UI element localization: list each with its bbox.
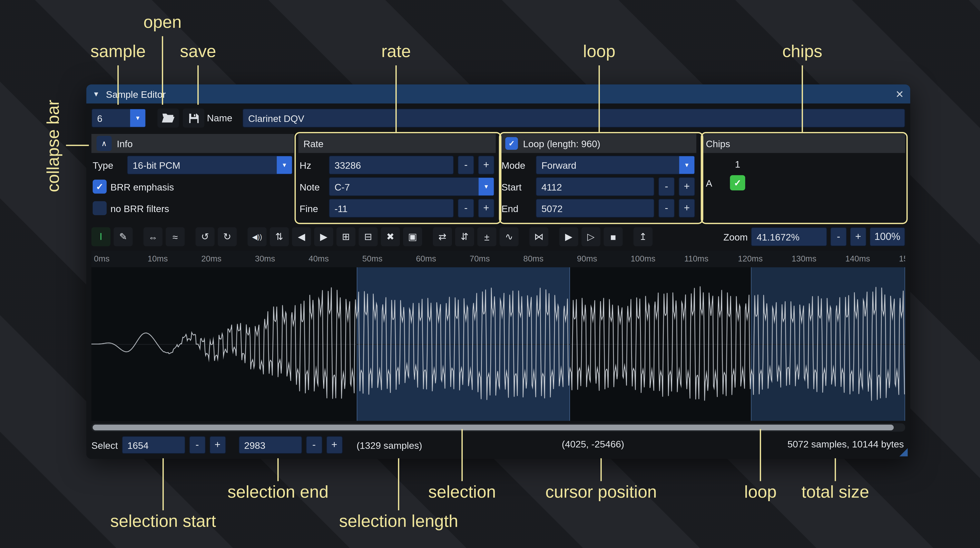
sample-selector[interactable]: 6 ▼	[91, 108, 146, 127]
annotation-total-size-label: total size	[802, 482, 869, 502]
annotation-line-cursor-position	[601, 458, 602, 481]
annotation-selection-end-label: selection end	[228, 482, 328, 502]
zoom-reset-button[interactable]: 100%	[870, 227, 905, 246]
sign-icon: ±	[484, 231, 490, 242]
insert-silence-button[interactable]: ⊞	[336, 227, 355, 246]
fade-in-button[interactable]: ◀	[292, 227, 311, 246]
sign-button[interactable]: ±	[477, 227, 496, 246]
selection-end-increase-button[interactable]: +	[326, 436, 343, 454]
stop-icon: ■	[610, 231, 616, 242]
resize-button[interactable]: ⇔	[143, 227, 162, 246]
zoom-controls: Zoom 41.1672% - + 100%	[724, 227, 905, 246]
ruler-label: 130ms	[792, 254, 816, 263]
crossfade-icon: ⋈	[534, 231, 544, 242]
edit-select-button[interactable]: Ⅰ	[91, 227, 110, 246]
annotation-line-selection-end	[277, 458, 278, 481]
ruler-label: 50ms	[362, 254, 382, 263]
filter-button[interactable]: ∿	[500, 227, 519, 246]
scrollbar-handle[interactable]	[93, 425, 894, 430]
fade-out-icon: ▶	[320, 231, 327, 242]
selection-length-text: (1329 samples)	[356, 440, 422, 451]
type-selector[interactable]: 16-bit PCM ▼	[127, 155, 293, 174]
window-collapse-button[interactable]: ▼	[93, 90, 100, 98]
ruler-label: 90ms	[577, 254, 597, 263]
brr-emphasis-row: ✓ BRR emphasis	[91, 176, 294, 198]
selection-start-input[interactable]: 1654	[122, 436, 185, 454]
preview-selection-button[interactable]: ▷	[581, 227, 600, 246]
zoom-input[interactable]: 41.1672%	[751, 227, 827, 246]
undo-icon: ↺	[201, 231, 209, 242]
crossfade-button[interactable]: ⋈	[530, 227, 549, 246]
edit-draw-button[interactable]: ✎	[114, 227, 133, 246]
apply-silence-button[interactable]: ⊟	[359, 227, 378, 246]
redo-button[interactable]: ↻	[218, 227, 237, 246]
ruler-label: 40ms	[309, 254, 329, 263]
undo-button[interactable]: ↺	[196, 227, 215, 246]
status-bar: Select 1654 - + 2983 - + (1329 samples) …	[91, 435, 905, 455]
preview-selection-icon: ▷	[587, 231, 595, 242]
annotation-line-chips	[802, 65, 803, 132]
annotation-sample-label: sample	[91, 42, 146, 62]
brr-emphasis-checkbox[interactable]: ✓	[93, 180, 107, 193]
ruler-label: 80ms	[523, 254, 544, 263]
selection-start-increase-button[interactable]: +	[209, 436, 226, 454]
selection-start-decrease-button[interactable]: -	[189, 436, 205, 454]
annotation-line-total-size	[835, 458, 836, 481]
type-label: Type	[93, 159, 123, 170]
resample-button[interactable]: ≈	[165, 227, 185, 246]
annotation-selection-start-label: selection start	[110, 511, 216, 531]
zoom-input-value: 41.1672%	[751, 231, 800, 242]
annotation-box-chips	[701, 132, 908, 224]
reverse-button[interactable]: ⇄	[433, 227, 452, 246]
annotation-chips-label: chips	[782, 42, 822, 62]
save-button[interactable]	[183, 108, 204, 127]
selection-end-input[interactable]: 2983	[239, 436, 302, 454]
cursor-position-text: (4025, -25466)	[562, 439, 624, 449]
create-wavetable-icon: ↥	[639, 231, 647, 242]
resize-grip[interactable]	[899, 448, 908, 456]
annotation-selection-label: selection	[428, 482, 496, 502]
close-button[interactable]: ✕	[895, 88, 904, 100]
trim-icon: ▣	[408, 231, 417, 242]
timeline-ruler: 0ms10ms20ms30ms40ms50ms60ms70ms80ms90ms1…	[91, 251, 905, 267]
zoom-out-button[interactable]: -	[830, 227, 847, 246]
waveform-scrollbar	[91, 423, 905, 432]
type-selector-value: 16-bit PCM	[127, 159, 277, 170]
annotation-line-selection-length	[398, 458, 399, 510]
annotation-loop-label: loop	[583, 42, 615, 62]
info-panel-header: ∧ Info	[91, 134, 294, 153]
ruler-label: 10ms	[148, 254, 168, 263]
trim-button[interactable]: ▣	[403, 227, 422, 246]
amplify-button[interactable]: ◀))	[248, 227, 267, 246]
ruler-label: 30ms	[255, 254, 275, 263]
stop-button[interactable]: ■	[604, 227, 623, 246]
name-input-value: Clarinet DQV	[243, 113, 304, 123]
check-icon: ✓	[96, 182, 103, 192]
open-button[interactable]	[158, 108, 179, 127]
redo-icon: ↻	[223, 231, 231, 242]
create-wavetable-button[interactable]: ↥	[633, 227, 652, 246]
ruler-label: 60ms	[416, 254, 436, 263]
info-collapse-button[interactable]: ∧	[96, 136, 112, 151]
preview-button[interactable]: ▶	[559, 227, 578, 246]
selection-end-decrease-button[interactable]: -	[306, 436, 322, 454]
normalize-icon: ⇅	[275, 231, 283, 242]
name-input[interactable]: Clarinet DQV	[242, 108, 905, 127]
fade-out-button[interactable]: ▶	[314, 227, 333, 246]
invert-button[interactable]: ⇵	[455, 227, 474, 246]
delete-button[interactable]: ✖	[381, 227, 400, 246]
no-brr-filters-row: no BRR filters	[91, 198, 294, 219]
zoom-in-button[interactable]: +	[850, 227, 866, 246]
annotation-line-open	[162, 36, 163, 105]
chevron-down-icon: ▼	[277, 156, 292, 174]
ruler-label: 20ms	[201, 254, 221, 263]
annotation-line-loop-bottom	[760, 429, 761, 481]
annotation-open-label: open	[143, 13, 182, 32]
annotation-line-selection-start	[162, 458, 164, 510]
annotation-line-rate	[396, 65, 397, 132]
normalize-button[interactable]: ⇅	[270, 227, 289, 246]
no-brr-filters-label: no BRR filters	[110, 203, 169, 213]
no-brr-filters-checkbox[interactable]	[93, 201, 107, 215]
ruler-label: 150ms	[899, 254, 905, 263]
waveform-display[interactable]	[91, 267, 905, 421]
